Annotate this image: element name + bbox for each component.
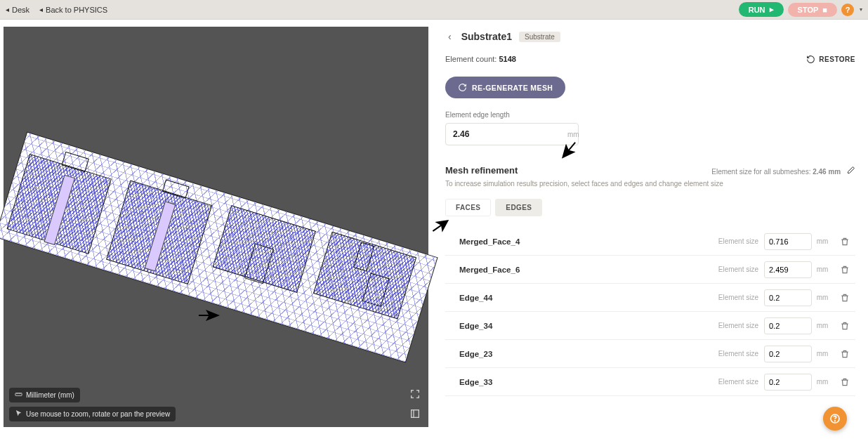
viewport-footer: Millimeter (mm) Use mouse to zoom, rotat… xyxy=(9,388,176,421)
fit-view-button[interactable] xyxy=(407,386,423,402)
edge-length-field[interactable]: mm xyxy=(445,123,579,145)
back-label: Back to PHYSICS xyxy=(46,6,107,14)
trash-icon xyxy=(840,293,850,303)
element-size-label: Element size xyxy=(718,378,758,386)
properties-panel: ‹ Substrate1 Substrate Element count: 51… xyxy=(428,20,868,439)
stop-button[interactable]: STOP ■ xyxy=(788,3,837,17)
edge-length-unit: mm xyxy=(567,131,579,138)
hint-label: Use mouse to zoom, rotate or pan the pre… xyxy=(26,410,170,418)
caret-down-icon[interactable]: ▾ xyxy=(860,6,862,13)
viewport-hint: Use mouse to zoom, rotate or pan the pre… xyxy=(9,407,176,421)
refinement-name: Edge_33 xyxy=(445,378,718,386)
mesh-refinement-title: Mesh refinement xyxy=(445,165,518,176)
trash-icon xyxy=(840,349,850,359)
delete-row-button[interactable] xyxy=(837,234,853,249)
element-count: Element count: 5148 xyxy=(445,55,516,64)
element-size-label: Element size xyxy=(718,350,758,358)
run-label: RUN xyxy=(749,6,765,14)
restore-icon xyxy=(806,55,815,64)
refinement-tabs: FACES EDGES xyxy=(445,199,855,216)
play-icon: ▸ xyxy=(770,5,774,14)
regenerate-label: RE-GENERATE MESH xyxy=(472,84,553,92)
refinement-row: Edge_23 Element size mm xyxy=(445,340,855,368)
edge-length-input[interactable] xyxy=(453,129,562,139)
element-size-input[interactable] xyxy=(764,261,812,278)
element-size-input[interactable] xyxy=(764,289,812,306)
refinement-row: Edge_34 Element size mm xyxy=(445,312,855,340)
element-size-unit: mm xyxy=(812,378,833,386)
delete-row-button[interactable] xyxy=(837,346,853,362)
arrow-left-icon: ◂ xyxy=(6,6,9,13)
refinement-help-text: To increase simulation results precision… xyxy=(445,180,855,188)
units-label: Millimeter (mm) xyxy=(26,391,74,399)
pencil-icon xyxy=(847,166,855,174)
refinement-row: Edge_33 Element size mm xyxy=(445,368,855,396)
tab-edges[interactable]: EDGES xyxy=(495,199,542,216)
restore-button[interactable]: RESTORE xyxy=(806,55,855,64)
stop-label: STOP xyxy=(798,6,819,14)
restore-label: RESTORE xyxy=(819,55,855,63)
run-button[interactable]: RUN ▸ xyxy=(739,2,784,17)
element-size-unit: mm xyxy=(812,350,833,358)
element-size-label: Element size xyxy=(718,322,758,329)
delete-row-button[interactable] xyxy=(837,262,853,277)
element-size-input[interactable] xyxy=(764,346,812,362)
stop-icon: ■ xyxy=(822,6,827,14)
expand-view-button[interactable] xyxy=(407,406,423,421)
panel-title: Substrate1 xyxy=(461,31,512,42)
delete-row-button[interactable] xyxy=(837,318,853,334)
ruler-icon xyxy=(15,391,22,400)
element-size-input[interactable] xyxy=(764,317,812,334)
submesh-note: Element size for all submeshes: 2.46 mm xyxy=(711,166,855,176)
refinement-row: Merged_Face_6 Element size mm xyxy=(445,256,855,284)
back-to-physics-link[interactable]: ◂ Back to PHYSICS xyxy=(39,6,107,14)
refinement-name: Merged_Face_6 xyxy=(445,266,718,274)
refinement-row: Edge_44 Element size mm xyxy=(445,284,855,312)
arrow-left-icon: ◂ xyxy=(39,6,43,13)
main: Millimeter (mm) Use mouse to zoom, rotat… xyxy=(0,20,868,439)
delete-row-button[interactable] xyxy=(837,290,853,306)
floating-help-button[interactable] xyxy=(823,407,847,431)
element-count-label: Element count: xyxy=(445,55,497,63)
refinement-row: Merged_Face_4 Element size mm xyxy=(445,228,855,256)
refinement-name: Merged_Face_4 xyxy=(445,237,718,246)
tab-faces[interactable]: FACES xyxy=(445,199,491,216)
svg-point-3 xyxy=(835,421,836,421)
element-size-label: Element size xyxy=(718,294,758,301)
element-size-unit: mm xyxy=(812,237,833,245)
edit-submesh-button[interactable] xyxy=(847,168,855,176)
cursor-icon xyxy=(15,409,22,419)
trash-icon xyxy=(840,265,850,275)
help-button[interactable]: ? xyxy=(841,4,854,16)
substrate-badge: Substrate xyxy=(519,32,560,42)
trash-icon xyxy=(840,237,850,247)
help-icon xyxy=(829,413,841,424)
units-chip[interactable]: Millimeter (mm) xyxy=(9,388,80,402)
refinement-list: Merged_Face_4 Element size mm Merged_Fac… xyxy=(445,228,855,396)
mesh-viewport[interactable]: Millimeter (mm) Use mouse to zoom, rotat… xyxy=(4,27,428,427)
refinement-name: Edge_44 xyxy=(445,294,718,302)
svg-rect-1 xyxy=(412,410,419,418)
element-size-unit: mm xyxy=(812,266,833,273)
desk-label: Desk xyxy=(12,6,29,14)
refinement-name: Edge_34 xyxy=(445,322,718,330)
trash-icon xyxy=(840,321,850,331)
element-size-label: Element size xyxy=(718,266,758,273)
edge-length-label: Element edge length xyxy=(445,111,855,119)
element-size-input[interactable] xyxy=(764,374,812,391)
element-count-value: 5148 xyxy=(499,55,515,63)
element-size-input[interactable] xyxy=(764,233,812,250)
mesh-geometry xyxy=(0,132,437,362)
element-size-unit: mm xyxy=(812,322,833,329)
element-size-label: Element size xyxy=(718,237,758,245)
desk-link[interactable]: ◂ Desk xyxy=(6,6,29,14)
regenerate-mesh-button[interactable]: RE-GENERATE MESH xyxy=(445,77,565,98)
refinement-name: Edge_23 xyxy=(445,350,718,358)
topbar: ◂ Desk ◂ Back to PHYSICS RUN ▸ STOP ■ ? … xyxy=(0,0,868,20)
refresh-icon xyxy=(458,83,467,92)
trash-icon xyxy=(840,377,850,387)
panel-back-button[interactable]: ‹ xyxy=(445,30,454,44)
annotation-arrow-icon xyxy=(199,304,220,326)
element-size-unit: mm xyxy=(812,294,833,301)
delete-row-button[interactable] xyxy=(837,374,853,390)
